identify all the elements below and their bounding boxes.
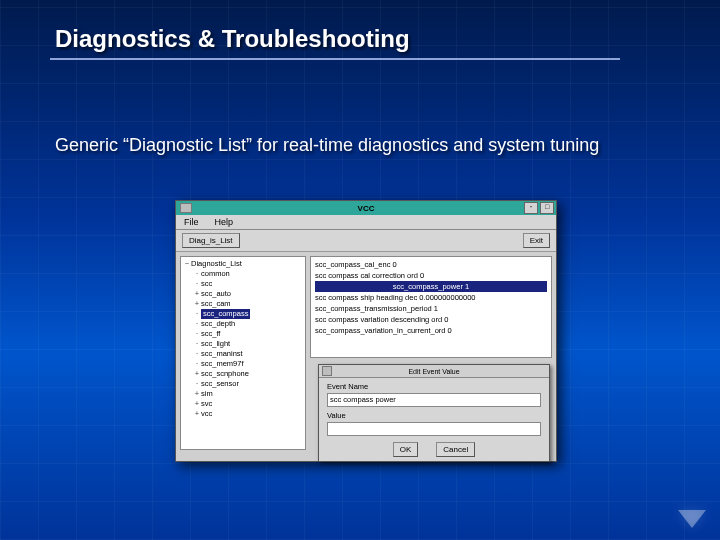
tree-item-label: scc_mem97f (201, 359, 244, 368)
title-bar: VCC · □ (176, 201, 556, 215)
window-title: VCC (358, 204, 375, 213)
tree-item[interactable]: ·scc_maninst (183, 349, 303, 359)
title-underline (50, 58, 620, 60)
tree-item-label: sim (201, 389, 213, 398)
tree-item[interactable]: +scc_auto (183, 289, 303, 299)
list-row[interactable]: scc_compass_variation_in_current_ord 0 (315, 325, 547, 336)
expander-icon[interactable]: + (193, 389, 201, 399)
page-turn-icon[interactable] (678, 510, 706, 528)
ok-button[interactable]: OK (393, 442, 419, 457)
maximize-icon[interactable]: □ (540, 202, 554, 214)
expander-icon[interactable]: + (193, 409, 201, 419)
expander-icon[interactable]: · (193, 349, 201, 359)
tree-item[interactable]: +vcc (183, 409, 303, 419)
tree-item[interactable]: ·common (183, 269, 303, 279)
expander-icon[interactable]: · (193, 279, 201, 289)
menu-help[interactable]: Help (215, 217, 234, 227)
event-name-label: Event Name (327, 382, 541, 391)
tree-item[interactable]: ·scc_ff (183, 329, 303, 339)
dialog-title-bar: Edit Event Value (319, 365, 549, 378)
expander-icon[interactable]: · (193, 359, 201, 369)
event-name-field[interactable]: scc compass power (327, 393, 541, 407)
tree-item[interactable]: ·scc_light (183, 339, 303, 349)
system-menu-icon[interactable] (180, 203, 192, 213)
edit-dialog: Edit Event Value Event Name scc compass … (318, 364, 550, 462)
tree-item-label: scc (201, 279, 212, 288)
value-label: Value (327, 411, 541, 420)
tree-item-label: scc_compass (201, 309, 250, 319)
slide-title: Diagnostics & Troubleshooting (55, 25, 410, 53)
tree-item-label: scc_sensor (201, 379, 239, 388)
list-row[interactable]: scc_compass_transmission_period 1 (315, 303, 547, 314)
list-row[interactable]: scc compass ship heading dec 0.000000000… (315, 292, 547, 303)
tree-item-label: vcc (201, 409, 212, 418)
tree-item-label: scc_ff (201, 329, 220, 338)
minimize-icon[interactable]: · (524, 202, 538, 214)
tree-item-label: scc_auto (201, 289, 231, 298)
expander-icon[interactable]: + (193, 369, 201, 379)
dialog-system-icon[interactable] (322, 366, 332, 376)
list-row[interactable]: scc compass cal correction ord 0 (315, 270, 547, 281)
exit-button[interactable]: Exit (523, 233, 550, 248)
tree-item[interactable]: +scc_scnphone (183, 369, 303, 379)
tree-item[interactable]: ·scc (183, 279, 303, 289)
tree-item[interactable]: ·scc_depth (183, 319, 303, 329)
toolbar: Diag_is_List Exit (176, 230, 556, 252)
tree-item[interactable]: ·scc_mem97f (183, 359, 303, 369)
list-row[interactable]: scc_compass_cal_enc 0 (315, 259, 547, 270)
tree-item-label: scc_cam (201, 299, 231, 308)
expander-icon[interactable]: · (193, 269, 201, 279)
tree-item-label: scc_light (201, 339, 230, 348)
tree-item[interactable]: +svc (183, 399, 303, 409)
expander-icon[interactable]: · (193, 329, 201, 339)
tree-item-label: scc_maninst (201, 349, 243, 358)
list-row[interactable]: scc_compass_power 1 (315, 281, 547, 292)
cancel-button[interactable]: Cancel (436, 442, 475, 457)
expander-icon[interactable]: · (193, 309, 201, 319)
tree-item[interactable]: +scc_cam (183, 299, 303, 309)
value-field[interactable] (327, 422, 541, 436)
expander-icon[interactable]: + (193, 299, 201, 309)
tree-item-label: scc_scnphone (201, 369, 249, 378)
dialog-title: Edit Event Value (408, 368, 459, 375)
application-window: VCC · □ File Help Diag_is_List Exit −Dia… (175, 200, 557, 462)
expander-icon[interactable]: · (193, 339, 201, 349)
tree-item-label: svc (201, 399, 212, 408)
expander-icon[interactable]: · (193, 319, 201, 329)
expander-icon[interactable]: · (193, 379, 201, 389)
tree-item-label: common (201, 269, 230, 278)
tree-view[interactable]: −Diagnostic_List ·common·scc+scc_auto+sc… (180, 256, 306, 450)
event-list[interactable]: scc_compass_cal_enc 0scc compass cal cor… (310, 256, 552, 358)
tree-item-label: scc_depth (201, 319, 235, 328)
expander-icon[interactable]: + (193, 399, 201, 409)
list-row[interactable]: scc compass variation descending ord 0 (315, 314, 547, 325)
diag-list-button[interactable]: Diag_is_List (182, 233, 240, 248)
tree-root[interactable]: −Diagnostic_List (183, 259, 303, 269)
menu-bar: File Help (176, 215, 556, 230)
tree-item[interactable]: ·scc_compass (183, 309, 303, 319)
menu-file[interactable]: File (184, 217, 199, 227)
tree-item[interactable]: +sim (183, 389, 303, 399)
expander-icon[interactable]: + (193, 289, 201, 299)
slide-subtitle: Generic “Diagnostic List” for real-time … (55, 135, 599, 156)
tree-item[interactable]: ·scc_sensor (183, 379, 303, 389)
